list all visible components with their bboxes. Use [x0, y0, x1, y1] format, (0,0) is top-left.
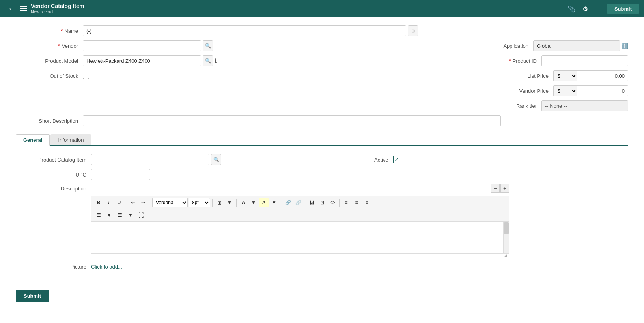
- vendor-search-button[interactable]: 🔍: [203, 40, 213, 51]
- embed-button[interactable]: ⊡: [317, 198, 327, 207]
- name-label: * Name: [16, 28, 83, 34]
- editor-body-wrapper: [91, 222, 509, 253]
- list-price-input[interactable]: [577, 70, 628, 81]
- vendor-price-currency-select[interactable]: $ € £: [553, 85, 577, 96]
- description-label: Description: [24, 184, 91, 192]
- more-button[interactable]: ⋯: [594, 4, 603, 14]
- tab-information[interactable]: Information: [50, 134, 91, 145]
- picture-label: Picture: [24, 264, 91, 270]
- upc-label: UPC: [24, 172, 91, 178]
- ordered-list-dropdown[interactable]: ▼: [126, 210, 135, 220]
- list-price-group: $ € £: [553, 70, 628, 81]
- tab-content-general: Product Catalog Item 🔍 Active ✓ UPC: [16, 146, 628, 282]
- undo-button[interactable]: ↩: [128, 198, 138, 207]
- table-dropdown[interactable]: ▼: [225, 198, 234, 207]
- align-right-button[interactable]: ≡: [362, 198, 371, 207]
- image-button[interactable]: 🖼: [307, 198, 317, 207]
- align-left-button[interactable]: ≡: [342, 198, 351, 207]
- list-price-label: List Price: [486, 73, 553, 79]
- rank-tier-label: Rank tier: [474, 103, 541, 109]
- name-field-group: ⊞: [83, 25, 418, 36]
- product-model-label: Product Model: [16, 58, 83, 64]
- vendor-price-row: Vendor Price $ € £: [16, 85, 628, 96]
- rank-tier-input[interactable]: [541, 100, 628, 111]
- font-color-dropdown[interactable]: ▼: [249, 198, 258, 207]
- short-description-input[interactable]: [83, 115, 501, 126]
- code-button[interactable]: <>: [328, 198, 337, 207]
- product-model-info-button[interactable]: ℹ: [215, 58, 217, 64]
- settings-button[interactable]: ⚙: [581, 4, 590, 14]
- link-button[interactable]: 🔗: [283, 198, 293, 207]
- product-model-search-button[interactable]: 🔍: [203, 55, 213, 66]
- submit-bottom-button[interactable]: Submit: [16, 290, 49, 302]
- out-of-stock-list-price-row: Out of Stock List Price $ € £: [16, 70, 628, 81]
- product-model-input[interactable]: [83, 55, 201, 66]
- vendor-required-star: *: [58, 43, 60, 49]
- fullscreen-button[interactable]: ⛶: [136, 210, 146, 220]
- product-catalog-item-search-button[interactable]: 🔍: [211, 154, 221, 165]
- highlight-dropdown[interactable]: ▼: [269, 198, 279, 207]
- align-center-button[interactable]: ≡: [352, 198, 361, 207]
- application-info-button[interactable]: ℹ️: [622, 43, 628, 49]
- editor-body[interactable]: [91, 222, 509, 253]
- rank-tier-row: Rank tier: [16, 100, 628, 111]
- vendor-label: * Vendor: [16, 43, 83, 49]
- page-title: Vendor Catalog Item: [31, 3, 84, 9]
- active-checkbox[interactable]: ✓: [393, 156, 400, 163]
- page-subtitle: New record: [31, 9, 84, 15]
- vendor-input[interactable]: [83, 40, 201, 51]
- header: ‹ Vendor Catalog Item New record 📎 ⚙ ⋯ S…: [0, 0, 644, 17]
- attachment-icon: 📎: [567, 6, 575, 12]
- product-catalog-item-input[interactable]: [91, 154, 209, 165]
- out-of-stock-checkbox[interactable]: [83, 73, 89, 79]
- product-catalog-item-group: 🔍: [91, 154, 221, 165]
- list-price-currency-select[interactable]: $ € £: [553, 70, 577, 81]
- name-input[interactable]: [83, 25, 406, 36]
- bold-button[interactable]: B: [94, 198, 103, 207]
- hamburger-menu[interactable]: [20, 6, 27, 11]
- picture-click-link[interactable]: Click to add...: [91, 264, 122, 270]
- short-description-row: Short Description: [16, 115, 628, 126]
- font-size-select[interactable]: 8pt 10pt 12pt 14pt: [189, 198, 210, 207]
- product-model-field-group: 🔍 ℹ: [83, 55, 217, 66]
- highlight-button[interactable]: A: [259, 198, 269, 207]
- picture-row: Picture Click to add...: [16, 264, 628, 270]
- header-right: 📎 ⚙ ⋯ Submit: [566, 3, 639, 15]
- ordered-list-button[interactable]: ☰: [115, 210, 125, 220]
- more-icon: ⋯: [595, 6, 601, 12]
- description-editor: B I U ↩ ↪ Verdana Arial Times New Roman: [91, 196, 509, 258]
- font-family-select[interactable]: Verdana Arial Times New Roman: [152, 198, 188, 207]
- editor-toolbar-row1: B I U ↩ ↪ Verdana Arial Times New Roman: [91, 196, 509, 209]
- italic-button[interactable]: I: [104, 198, 114, 207]
- vendor-field-group: 🔍: [83, 40, 213, 51]
- unlink-button[interactable]: 🔗: [293, 198, 303, 207]
- main-content: * Name ⊞ * Vendor 🔍 Application ℹ: [0, 17, 644, 323]
- product-id-input[interactable]: [541, 55, 628, 66]
- underline-button[interactable]: U: [114, 198, 124, 207]
- font-color-button[interactable]: A: [239, 198, 248, 207]
- table-button[interactable]: ⊞: [215, 198, 224, 207]
- resize-handle[interactable]: ◢: [504, 253, 508, 257]
- settings-icon: ⚙: [582, 6, 588, 12]
- zoom-minus-button[interactable]: −: [491, 184, 500, 193]
- editor-scrollbar[interactable]: [503, 222, 509, 253]
- vendor-price-label: Vendor Price: [486, 88, 553, 94]
- back-button[interactable]: ‹: [5, 3, 16, 14]
- upc-row: UPC: [16, 169, 628, 180]
- zoom-plus-button[interactable]: +: [500, 184, 509, 193]
- unordered-list-button[interactable]: ☰: [94, 210, 103, 220]
- tab-general[interactable]: General: [16, 134, 50, 146]
- redo-button[interactable]: ↪: [138, 198, 148, 207]
- header-title: Vendor Catalog Item New record: [31, 3, 84, 15]
- short-description-label: Short Description: [16, 118, 83, 124]
- unordered-list-dropdown[interactable]: ▼: [105, 210, 114, 220]
- upc-input[interactable]: [91, 169, 150, 180]
- product-catalog-item-label: Product Catalog Item: [24, 157, 91, 163]
- attachment-button[interactable]: 📎: [566, 4, 577, 14]
- submit-header-button[interactable]: Submit: [607, 3, 639, 15]
- name-info-button[interactable]: ⊞: [408, 25, 418, 36]
- tabs-container: General Information: [16, 134, 628, 146]
- product-id-label: * Product ID: [474, 58, 541, 64]
- application-input[interactable]: [533, 40, 620, 51]
- vendor-price-input[interactable]: [577, 85, 628, 96]
